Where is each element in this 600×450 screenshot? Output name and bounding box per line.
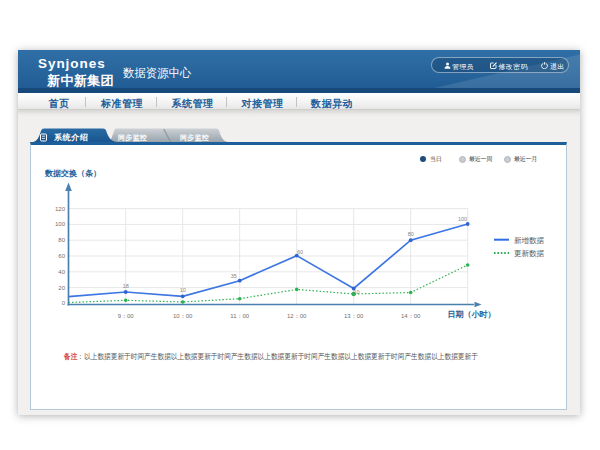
svg-text:13：00: 13：00 <box>344 313 364 319</box>
svg-text:100: 100 <box>458 216 467 222</box>
svg-text:0: 0 <box>62 300 66 306</box>
svg-text:10: 10 <box>353 289 359 295</box>
svg-text:100: 100 <box>55 221 66 227</box>
svg-text:35: 35 <box>231 273 237 279</box>
svg-text:12：00: 12：00 <box>287 313 307 319</box>
svg-text:60: 60 <box>297 249 303 255</box>
svg-text:80: 80 <box>58 237 65 243</box>
svg-text:更新数据: 更新数据 <box>514 249 545 258</box>
svg-text:10：00: 10：00 <box>173 313 193 319</box>
svg-text:60: 60 <box>58 253 65 259</box>
svg-text:120: 120 <box>55 206 66 212</box>
svg-text:18: 18 <box>123 283 129 289</box>
svg-text:系统介绍: 系统介绍 <box>53 132 88 142</box>
svg-text:14：00: 14：00 <box>401 313 421 319</box>
svg-text:同步监控: 同步监控 <box>180 134 209 142</box>
svg-text:日期（小时）: 日期（小时） <box>448 310 496 319</box>
svg-text:新增数据: 新增数据 <box>514 236 545 245</box>
svg-text:20: 20 <box>58 285 65 291</box>
svg-text:同步监控: 同步监控 <box>118 134 147 142</box>
svg-text:9：00: 9：00 <box>118 313 135 319</box>
svg-text:10: 10 <box>180 287 186 293</box>
svg-text:40: 40 <box>58 269 65 275</box>
svg-text:数据交换（条）: 数据交换（条） <box>44 169 101 178</box>
svg-text:80: 80 <box>408 231 414 237</box>
svg-text:11：00: 11：00 <box>230 313 250 319</box>
